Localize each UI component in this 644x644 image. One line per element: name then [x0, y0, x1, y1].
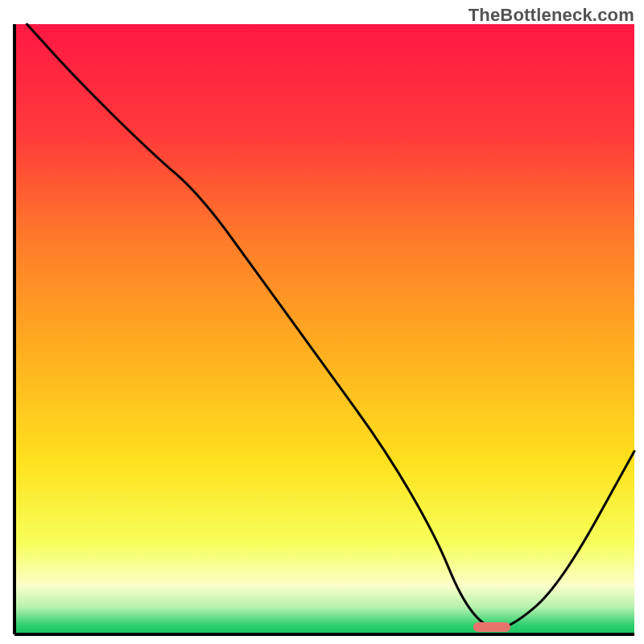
watermark: TheBottleneck.com — [469, 5, 634, 26]
optimal-marker — [473, 622, 510, 632]
gradient-background — [14, 24, 634, 634]
chart-stage: TheBottleneck.com — [0, 0, 644, 644]
bottleneck-chart — [0, 0, 644, 644]
plot-area — [14, 24, 634, 634]
